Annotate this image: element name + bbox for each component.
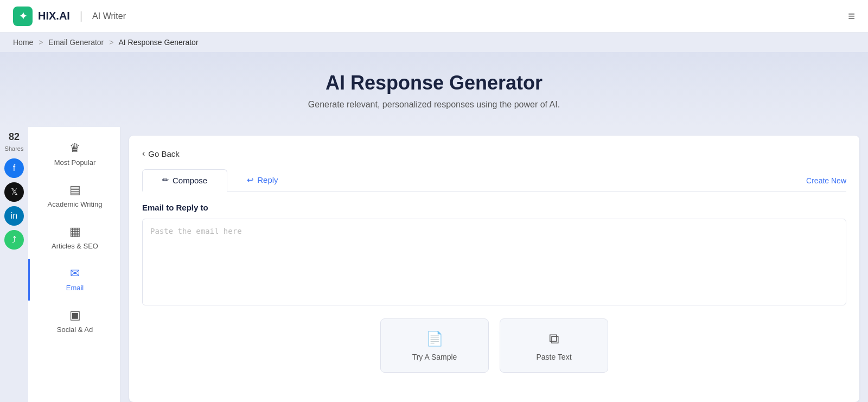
- paste-icon: ⧉: [549, 330, 559, 347]
- twitter-share-button[interactable]: 𝕏: [4, 182, 24, 202]
- sidebar-label-email: Email: [66, 284, 84, 293]
- tab-reply[interactable]: ↩ Reply: [227, 169, 297, 192]
- sidebar-item-academic-writing[interactable]: ▤ Academic Writing: [28, 175, 120, 217]
- facebook-share-button[interactable]: f: [4, 158, 24, 178]
- share-count: 82: [9, 131, 20, 143]
- logo-icon: ✦: [13, 7, 33, 26]
- tab-reply-label: Reply: [257, 175, 278, 184]
- sidebar-item-social-ad[interactable]: ▣ Social & Ad: [28, 301, 120, 342]
- logo-sub-text: AI Writer: [92, 11, 126, 21]
- email-reply-form: Email to Reply to 📄 Try A Sample ⧉ Paste…: [142, 203, 846, 373]
- sidebar-label-articles-seo: Articles & SEO: [52, 242, 98, 251]
- hero-subtitle: Generate relevant, personalized response…: [13, 100, 855, 110]
- sidebar-item-articles-seo[interactable]: ▦ Articles & SEO: [28, 217, 120, 259]
- go-back-label: Go Back: [148, 149, 180, 158]
- content-area: ‹ Go Back ✏ Compose ↩ Reply Create New E…: [129, 136, 859, 402]
- tab-compose-label: Compose: [173, 176, 207, 185]
- sidebar-label-academic-writing: Academic Writing: [48, 200, 103, 209]
- main-layout: 82 Shares f 𝕏 in ⤴ ♛ Most Popular ▤ Acad…: [0, 127, 868, 402]
- create-new-button[interactable]: Create New: [806, 176, 846, 185]
- grid-icon: ▦: [69, 225, 81, 239]
- sidebar-label-most-popular: Most Popular: [54, 158, 96, 168]
- document-icon: ▤: [69, 183, 81, 197]
- social-sidebar: 82 Shares f 𝕏 in ⤴: [0, 127, 28, 402]
- page-title: AI Response Generator: [13, 72, 855, 94]
- tab-compose[interactable]: ✏ Compose: [142, 169, 227, 192]
- paste-text-label: Paste Text: [536, 353, 571, 361]
- paste-text-card[interactable]: ⧉ Paste Text: [500, 318, 608, 373]
- topnav: ✦ HIX.AI | AI Writer ≡: [0, 0, 868, 33]
- breadcrumb: Home > Email Generator > AI Response Gen…: [0, 33, 868, 52]
- crown-icon: ♛: [69, 141, 80, 155]
- try-sample-card[interactable]: 📄 Try A Sample: [380, 318, 489, 373]
- sample-icon: 📄: [426, 330, 443, 347]
- menu-icon[interactable]: ≡: [848, 9, 855, 23]
- share-label: Shares: [5, 145, 24, 152]
- go-back-button[interactable]: ‹ Go Back: [142, 149, 846, 158]
- back-arrow-icon: ‹: [142, 149, 145, 158]
- sidebar-label-social-ad: Social & Ad: [57, 326, 93, 335]
- try-sample-label: Try A Sample: [412, 353, 457, 361]
- sidebar-item-email[interactable]: ✉ Email: [28, 259, 120, 301]
- breadcrumb-home[interactable]: Home: [13, 38, 33, 47]
- email-reply-textarea[interactable]: [142, 219, 846, 305]
- field-label: Email to Reply to: [142, 203, 846, 212]
- generic-share-button[interactable]: ⤴: [4, 230, 24, 250]
- linkedin-share-button[interactable]: in: [4, 206, 24, 226]
- logo-divider: |: [80, 10, 82, 22]
- compose-icon: ✏: [162, 175, 169, 185]
- action-buttons: 📄 Try A Sample ⧉ Paste Text: [142, 318, 846, 373]
- breadcrumb-current: AI Response Generator: [118, 38, 198, 47]
- left-nav: ♛ Most Popular ▤ Academic Writing ▦ Arti…: [28, 127, 120, 402]
- breadcrumb-sep2: >: [109, 38, 113, 47]
- email-icon: ✉: [70, 266, 80, 280]
- sidebar-item-most-popular[interactable]: ♛ Most Popular: [28, 133, 120, 175]
- hero-section: AI Response Generator Generate relevant,…: [0, 52, 868, 127]
- breadcrumb-sep1: >: [39, 38, 43, 47]
- monitor-icon: ▣: [69, 308, 81, 322]
- breadcrumb-parent[interactable]: Email Generator: [48, 38, 104, 47]
- tab-bar: ✏ Compose ↩ Reply Create New: [142, 169, 846, 192]
- logo-text: HIX.AI: [38, 10, 70, 22]
- reply-icon: ↩: [247, 175, 254, 185]
- logo-area: ✦ HIX.AI | AI Writer: [13, 7, 126, 26]
